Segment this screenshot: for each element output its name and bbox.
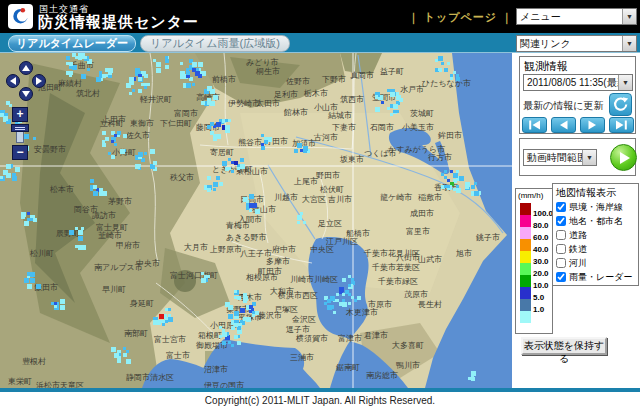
- checkbox[interactable]: [556, 216, 566, 226]
- map-info-option[interactable]: 地名・都市名: [556, 214, 637, 228]
- skip-to-end-button[interactable]: [609, 117, 634, 133]
- rain-echo-cell: [117, 359, 121, 363]
- map-info-option[interactable]: 河川: [556, 256, 637, 270]
- place-label: 結城市: [328, 111, 352, 120]
- pan-down-button[interactable]: [19, 87, 33, 101]
- place-label: 金沢区: [291, 315, 316, 324]
- rain-echo-cell: [387, 89, 390, 92]
- rain-echo-cell: [234, 290, 237, 293]
- animation-range-select[interactable]: 動画時間範囲 ▼: [523, 149, 597, 166]
- rain-echo-cell: [207, 86, 212, 91]
- chevron-down-icon[interactable]: ▼: [622, 9, 636, 24]
- place-label: 沼津市: [204, 365, 228, 374]
- checkbox[interactable]: [556, 244, 566, 254]
- rain-echo-cell: [447, 185, 450, 188]
- pan-right-button[interactable]: [32, 74, 46, 88]
- keep-display-state-button[interactable]: 表示状態を保持する: [521, 337, 607, 355]
- zoom-out-button[interactable]: −: [12, 145, 28, 160]
- radar-map[interactable]: 千曲市上田市東御市麻績村池田町筑北村安曇野市松本市岡谷市諏訪市茅野市富士見町辰野…: [0, 53, 512, 388]
- rain-echo-cell: [138, 89, 142, 93]
- map-info-option[interactable]: 県境・海岸線: [556, 200, 637, 214]
- chevron-down-icon[interactable]: ▼: [582, 150, 596, 165]
- rain-echo-cell: [393, 110, 396, 113]
- map-info-option[interactable]: 鉄道: [556, 242, 637, 256]
- checkbox[interactable]: [556, 258, 566, 268]
- place-label: 銚子市: [476, 233, 500, 242]
- map-info-title: 地図情報表示: [556, 186, 616, 200]
- refresh-button[interactable]: [609, 93, 632, 116]
- skip-to-start-icon: [528, 120, 541, 130]
- map-info-option-label: 河川: [569, 257, 587, 270]
- place-label: 佐野市: [286, 77, 310, 86]
- tab-realtime-radar[interactable]: リアルタイムレーダー: [8, 35, 136, 52]
- menu-select[interactable]: メニュー ▼: [516, 8, 637, 25]
- rain-echo-cell: [81, 245, 86, 250]
- place-label: 千葉市緑区: [377, 277, 418, 286]
- play-button[interactable]: [610, 144, 637, 171]
- chevron-down-icon[interactable]: ▼: [618, 75, 632, 90]
- place-label: 吉川市: [328, 195, 352, 204]
- rain-echo-cell: [447, 62, 450, 65]
- place-label: 多摩市: [266, 257, 290, 266]
- checkbox[interactable]: [556, 230, 566, 240]
- rain-echo-cell: [255, 311, 259, 315]
- top-page-link[interactable]: ｜ トップページ ｜: [408, 10, 513, 25]
- place-label: 立科町: [100, 119, 124, 128]
- pan-left-button[interactable]: [6, 74, 20, 88]
- rain-echo-cell: [90, 179, 94, 183]
- rain-echo-cell: [441, 62, 444, 65]
- legend-swatch: [520, 239, 531, 251]
- mlit-logo-icon: [8, 4, 33, 29]
- rain-echo-cell: [54, 305, 57, 308]
- refresh-icon: [612, 96, 629, 113]
- header: 国土交通省 防災情報提供センター ｜ トップページ ｜ メニュー ▼: [0, 0, 640, 33]
- step-forward-button[interactable]: [580, 117, 605, 133]
- rain-echo-cell: [393, 104, 398, 109]
- checkbox[interactable]: [556, 272, 566, 282]
- rain-echo-cell: [444, 185, 447, 188]
- pan-up-button[interactable]: [19, 61, 33, 75]
- step-back-icon: [557, 120, 570, 130]
- checkbox[interactable]: [556, 202, 566, 212]
- place-label: 富岡市: [174, 109, 198, 118]
- rain-echo-cell: [114, 143, 117, 146]
- legend-value: 30.0: [533, 257, 549, 266]
- rain-echo-cell: [456, 188, 461, 193]
- rain-echo-cell: [69, 230, 74, 235]
- map-info-option-label: 雨量・レーダー: [569, 271, 632, 284]
- skip-to-start-button[interactable]: [522, 117, 547, 133]
- rain-echo-cell: [237, 341, 241, 345]
- rain-echo-cell: [342, 278, 346, 282]
- rain-echo-cell: [114, 134, 117, 137]
- place-label: 石岡市: [370, 123, 394, 132]
- map-info-option[interactable]: 道路: [556, 228, 637, 242]
- zoom-slider-handle[interactable]: [11, 124, 29, 132]
- datetime-select-value: 2011/08/05 11:35(最新): [524, 76, 618, 90]
- rain-echo-cell: [246, 203, 249, 206]
- map-info-option[interactable]: 雨量・レーダー: [556, 270, 637, 284]
- rain-echo-cell: [234, 296, 237, 299]
- rain-echo-cell: [450, 74, 453, 77]
- datetime-select[interactable]: 2011/08/05 11:35(最新) ▼: [523, 74, 633, 91]
- chevron-down-icon[interactable]: ▼: [622, 36, 636, 51]
- rain-echo-cell: [252, 314, 255, 317]
- rain-echo-cell: [24, 278, 29, 283]
- place-label: 富士市: [166, 351, 190, 360]
- place-label: 豊根村: [22, 357, 46, 366]
- rain-echo-cell: [210, 131, 214, 135]
- step-back-button[interactable]: [551, 117, 576, 133]
- legend-value: 80.0: [533, 221, 549, 230]
- rain-echo-cell: [330, 305, 334, 309]
- place-label: 野田市: [316, 171, 340, 180]
- rain-echo-cell: [453, 188, 456, 191]
- zoom-in-button[interactable]: +: [12, 107, 28, 122]
- related-links-select[interactable]: 関連リンク ▼: [516, 35, 637, 52]
- rain-echo-cell: [180, 74, 185, 79]
- tab-realtime-rainfall-wide[interactable]: リアルタイム雨量(広域版): [140, 35, 290, 52]
- rain-echo-cell: [36, 284, 41, 289]
- rain-echo-cell: [222, 332, 227, 337]
- rain-echo-cell: [93, 191, 98, 196]
- place-label: 厚木市: [238, 293, 262, 302]
- rain-echo-cell: [216, 134, 221, 139]
- rain-echo-cell: [240, 308, 245, 313]
